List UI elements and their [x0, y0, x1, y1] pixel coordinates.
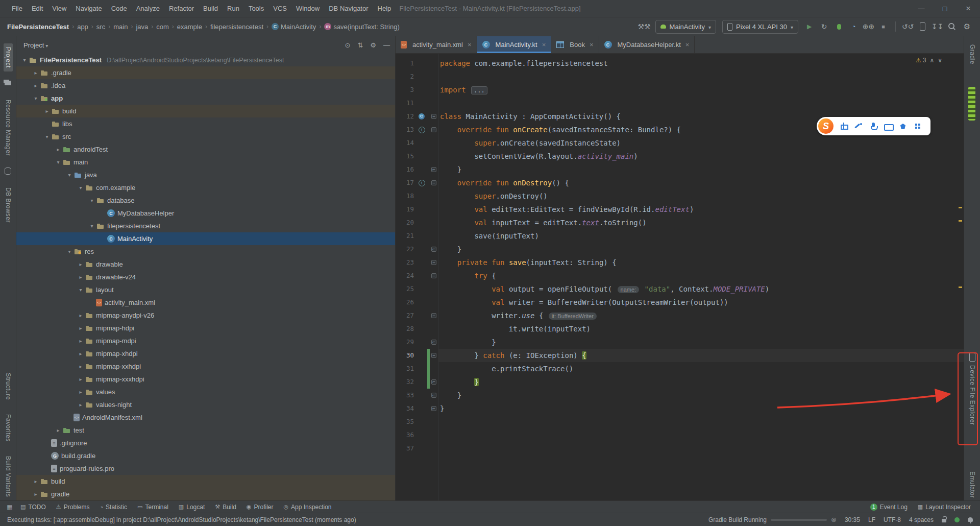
toolwindow-event-log[interactable]: 1Event Log [865, 501, 913, 513]
chinese-mode-icon[interactable] [839, 122, 848, 131]
breadcrumb-item-filepersistencetest[interactable]: FilePersistenceTest [6, 23, 70, 31]
tree-chevron-icon[interactable]: ▸ [77, 402, 85, 408]
code-line-14[interactable]: 14 super.onCreate(savedInstanceState) [396, 136, 964, 150]
tree-chevron-icon[interactable]: ▸ [32, 491, 40, 497]
tree-chevron-icon[interactable]: ▸ [32, 70, 40, 76]
menu-refactor[interactable]: Refactor [164, 0, 199, 17]
tree-chevron-icon[interactable]: ▾ [77, 185, 85, 190]
code-line-29[interactable]: 29⌐ } [396, 336, 964, 349]
fold-icon[interactable]: ⌐ [431, 406, 436, 411]
notification-bell-icon[interactable] [968, 517, 973, 522]
skin-icon[interactable] [898, 122, 908, 131]
code-line-17[interactable]: 17− override fun onDestroy() { [396, 176, 964, 189]
tree-row-mipmap-xxxhdpi[interactable]: ▸mipmap-xxxhdpi [16, 373, 395, 386]
menu-tools[interactable]: Tools [244, 0, 268, 17]
line-number[interactable]: 26 [396, 296, 416, 309]
tree-chevron-icon[interactable]: ▸ [77, 325, 85, 331]
maximize-button[interactable] [933, 0, 957, 17]
code-line-25[interactable]: 25 val output = openFileOutput( name: "d… [396, 282, 964, 296]
tree-chevron-icon[interactable]: ▸ [43, 108, 51, 114]
tree-row-java[interactable]: ▾java [16, 169, 395, 181]
search-icon[interactable] [945, 20, 959, 33]
fold-icon[interactable]: − [431, 180, 436, 185]
editor-tab-mydatabasehelper-kt[interactable]: CMyDatabaseHelper.kt× [599, 36, 695, 53]
line-number[interactable]: 31 [396, 362, 416, 375]
breadcrumb-item-main[interactable]: main [112, 23, 129, 31]
tree-row-values-night[interactable]: ▸values-night [16, 398, 395, 411]
line-number[interactable]: 20 [396, 216, 416, 229]
close-button[interactable] [957, 0, 980, 17]
line-number[interactable]: 3 [396, 83, 416, 97]
menu-window[interactable]: Window [291, 0, 324, 17]
tree-row-filepersistencetest[interactable]: ▾filepersistencetest [16, 220, 395, 232]
menu-run[interactable]: Run [223, 0, 244, 17]
menu-analyze[interactable]: Analyze [132, 0, 164, 17]
line-number[interactable]: 18 [396, 189, 416, 203]
code-line-37[interactable]: 37 [396, 442, 964, 455]
line-number[interactable]: 13 [396, 123, 416, 136]
tree-row-mipmap-mdpi[interactable]: ▸mipmap-mdpi [16, 334, 395, 347]
tree-row-mipmap-xhdpi[interactable]: ▸mipmap-xhdpi [16, 347, 395, 360]
minimize-button[interactable] [910, 0, 933, 17]
editor-tab-book[interactable]: Book× [551, 36, 599, 53]
file-encoding[interactable]: UTF-8 [884, 516, 901, 523]
sync-project-icon[interactable]: ↺ [901, 20, 915, 33]
tree-row-build[interactable]: ▸build [16, 475, 395, 488]
tree-chevron-icon[interactable]: ▸ [54, 147, 62, 152]
fold-icon[interactable]: ⌐ [431, 379, 436, 385]
line-number[interactable]: 11 [396, 97, 416, 110]
code-line-28[interactable]: 28 it.write(inputText) [396, 322, 964, 336]
indent-style[interactable]: 4 spaces [909, 516, 934, 523]
line-number[interactable]: 15 [396, 150, 416, 163]
tree-row-src[interactable]: ▾src [16, 130, 395, 143]
code-line-20[interactable]: 20 val inputText = editText.text.toStrin… [396, 216, 964, 229]
warning-stripe-mark[interactable] [959, 286, 962, 288]
line-separator[interactable]: LF [868, 516, 875, 523]
locate-file-button[interactable] [345, 41, 351, 49]
tree-chevron-icon[interactable]: ▾ [65, 172, 74, 178]
toolwindow-logcat[interactable]: ▥Logcat [174, 501, 210, 513]
project-panel-title[interactable]: Project [23, 41, 48, 49]
device-selector[interactable]: Pixel 4 XL API 30 [722, 20, 798, 34]
line-number[interactable]: 23 [396, 256, 416, 269]
prev-issue-icon[interactable] [929, 57, 934, 64]
stripe-gradle[interactable]: Gradle [964, 44, 980, 64]
tree-row-mipmap-xxhdpi[interactable]: ▸mipmap-xxhdpi [16, 360, 395, 373]
fold-icon[interactable]: − [431, 313, 436, 318]
code-line-2[interactable]: 2 [396, 70, 964, 83]
menu-view[interactable]: View [47, 0, 71, 17]
tree-chevron-icon[interactable]: ▸ [77, 338, 85, 344]
code-line-1[interactable]: 1package com.example.filepersistencetest [396, 57, 964, 70]
toolwindow-build[interactable]: ⚒Build [210, 501, 241, 513]
fold-icon[interactable]: − [431, 260, 436, 265]
breadcrumb-item-java[interactable]: java [135, 23, 149, 31]
stop-icon[interactable] [876, 20, 890, 33]
handwriting-icon[interactable] [854, 122, 863, 131]
tree-chevron-icon[interactable]: ▸ [32, 479, 40, 484]
line-number[interactable]: 27 [396, 309, 416, 322]
warning-count[interactable]: 3 [916, 57, 926, 64]
tree-chevron-icon[interactable]: ▸ [77, 364, 85, 369]
keyboard-icon[interactable] [884, 122, 893, 131]
sogou-logo-icon[interactable]: S [818, 118, 834, 134]
fold-icon[interactable]: ⌐ [431, 393, 436, 398]
debug-icon[interactable] [832, 20, 846, 33]
breadcrumb-item-com[interactable]: com [155, 23, 170, 31]
cancel-build-icon[interactable] [831, 516, 837, 523]
tree-row-values[interactable]: ▸values [16, 386, 395, 398]
stripe-db-browser[interactable]: DB Browser [4, 184, 13, 226]
line-number[interactable]: 1 [396, 57, 416, 70]
stripe-resource-manager[interactable]: Resource Manager [4, 96, 13, 159]
attach-debugger-icon[interactable]: ⊕ [862, 20, 875, 33]
code-line-16[interactable]: 16⌐ } [396, 163, 964, 176]
menu-db-navigator[interactable]: DB Navigator [324, 0, 373, 17]
tree-chevron-icon[interactable]: ▸ [77, 274, 85, 280]
line-number[interactable]: 24 [396, 269, 416, 282]
tree-chevron-icon[interactable]: ▾ [88, 223, 96, 229]
folder-icon[interactable] [0, 78, 16, 89]
run-config-selector[interactable]: MainActivity [655, 20, 716, 34]
code-line-31[interactable]: 31 e.printStackTrace() [396, 362, 964, 375]
editor-tab-activity-main-xml[interactable]: activity_main.xml× [396, 36, 477, 53]
tree-chevron-icon[interactable]: ▸ [54, 427, 62, 433]
code-line-3[interactable]: 3import ... [396, 83, 964, 97]
